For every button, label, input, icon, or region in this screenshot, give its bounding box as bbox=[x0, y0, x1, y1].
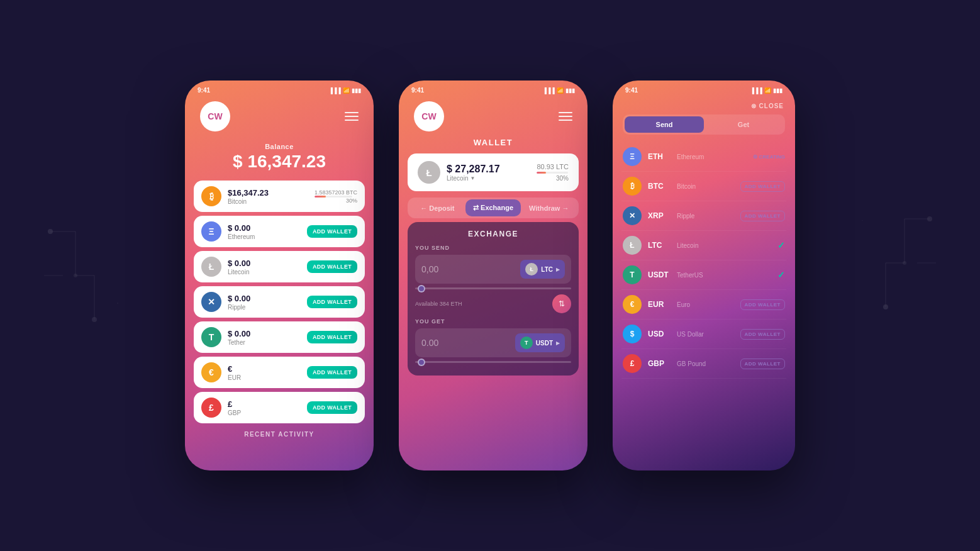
send-tab[interactable]: Send bbox=[625, 116, 704, 133]
gbp-code: GBP bbox=[648, 359, 671, 368]
exchange-title: EXCHANGE bbox=[415, 230, 571, 238]
you-get-coin-selector[interactable]: T USDT ▶ bbox=[515, 333, 565, 352]
phone3-status-icons: ▐▐▐ 📶 ▮▮▮ bbox=[750, 87, 782, 94]
eur-add-wallet-button[interactable]: ADD WALLET bbox=[740, 299, 785, 310]
phone1-status-icons: ▐▐▐ 📶 ▮▮▮ bbox=[329, 87, 361, 94]
phone3-status-bar: 9:41 ▐▐▐ 📶 ▮▮▮ bbox=[613, 81, 795, 96]
ltc-code: LTC bbox=[648, 241, 671, 250]
currency-item-eth[interactable]: Ξ ETH Ethereum ⚙ CREATING bbox=[621, 142, 786, 172]
phone2-status-icons: ▐▐▐ 📶 ▮▮▮ bbox=[543, 87, 575, 94]
litecoin-coin-label: Litecoin bbox=[447, 175, 468, 182]
p2-hamburger-line2 bbox=[559, 116, 572, 117]
xrp-fullname: Ripple bbox=[677, 213, 734, 220]
ltc-currency-icon: Ł bbox=[623, 236, 642, 255]
you-get-label: YOU GET bbox=[415, 318, 571, 325]
wallet-item-eth[interactable]: Ξ $ 0.00 Ethereum ADD WALLET bbox=[194, 216, 365, 247]
wifi-icon: 📶 bbox=[343, 87, 350, 94]
wallet-item-btc[interactable]: ₿ $16,347.23 Bitcoin 1.58357203 BTC 30% bbox=[194, 181, 365, 212]
you-send-input-row[interactable]: 0,00 Ł LTC ▶ bbox=[415, 255, 571, 284]
exchange-tab[interactable]: ⇄ Exchange bbox=[465, 199, 521, 216]
hamburger-line2 bbox=[345, 116, 359, 117]
btc-right: 1.58357203 BTC 30% bbox=[315, 189, 357, 204]
wallet-item-eur[interactable]: € € EUR ADD WALLET bbox=[194, 357, 365, 388]
eth-fullname: Ethereum bbox=[677, 153, 747, 160]
avatar[interactable]: CW bbox=[200, 101, 230, 131]
usd-fullname: US Dollar bbox=[677, 331, 734, 338]
ltc-check-icon: ✓ bbox=[777, 240, 785, 250]
phone2-title: WALLET bbox=[399, 136, 587, 153]
phone3-close: ⊗ CLOSE bbox=[613, 96, 795, 112]
phone-1: 9:41 ▐▐▐ 📶 ▮▮▮ CW Balance $ 16,347.23 bbox=[185, 81, 374, 470]
litecoin-card[interactable]: Ł $ 27,287.17 Litecoin ▼ 80.93 LTC 30% bbox=[408, 153, 579, 191]
p2-hamburger-line3 bbox=[559, 120, 572, 121]
balance-amount: $ 16,347.23 bbox=[185, 152, 374, 172]
usdt-add-wallet-button[interactable]: ADD WALLET bbox=[307, 331, 357, 343]
creating-icon: ⚙ bbox=[753, 154, 757, 160]
xrp-name: Ripple bbox=[228, 304, 301, 311]
gbp-add-wallet-button[interactable]: ADD WALLET bbox=[307, 401, 357, 414]
xrp-add-wallet-button[interactable]: ADD WALLET bbox=[307, 296, 357, 308]
close-button[interactable]: ⊗ CLOSE bbox=[751, 103, 784, 109]
wallet-list: ₿ $16,347.23 Bitcoin 1.58357203 BTC 30% … bbox=[185, 181, 374, 423]
eur-code: EUR bbox=[648, 300, 671, 309]
wallet-item-ltc[interactable]: Ł $ 0.00 Litecoin ADD WALLET bbox=[194, 251, 365, 282]
btc-add-wallet-button[interactable]: ADD WALLET bbox=[740, 181, 785, 192]
usd-add-wallet-button[interactable]: ADD WALLET bbox=[740, 329, 785, 340]
you-send-slider-thumb bbox=[418, 285, 425, 292]
xrp-add-wallet-button[interactable]: ADD WALLET bbox=[740, 211, 785, 221]
eth-add-wallet-button[interactable]: ADD WALLET bbox=[307, 225, 357, 238]
you-send-slider[interactable] bbox=[415, 287, 571, 289]
currency-item-ltc[interactable]: Ł LTC Litecoin ✓ bbox=[621, 231, 786, 260]
withdraw-tab[interactable]: Withdraw → bbox=[521, 199, 577, 216]
wallet-item-gbp[interactable]: £ £ GBP ADD WALLET bbox=[194, 392, 365, 423]
phone2-avatar[interactable]: CW bbox=[414, 101, 444, 131]
xrp-code: XRP bbox=[648, 211, 671, 220]
eur-icon: € bbox=[201, 362, 221, 382]
usdt-code: USDT bbox=[648, 270, 671, 279]
ltc-icon: Ł bbox=[201, 257, 221, 277]
deposit-tab[interactable]: ← Deposit bbox=[409, 199, 465, 216]
currency-item-btc[interactable]: ₿ BTC Bitcoin ADD WALLET bbox=[621, 172, 786, 201]
swap-button[interactable]: ⇅ bbox=[552, 294, 571, 313]
eur-info: € EUR bbox=[228, 364, 301, 381]
wifi-icon-2: 📶 bbox=[557, 87, 564, 94]
eur-name: EUR bbox=[228, 374, 301, 381]
litecoin-label: Litecoin ▼ bbox=[447, 175, 530, 182]
phone1-time: 9:41 bbox=[198, 87, 210, 94]
available-row: Available 384 ETH ⇅ bbox=[415, 294, 571, 313]
currency-item-xrp[interactable]: ✕ XRP Ripple ADD WALLET bbox=[621, 201, 786, 231]
eth-creating-badge: ⚙ CREATING bbox=[753, 154, 785, 160]
litecoin-card-icon: Ł bbox=[418, 161, 440, 184]
usdt-selector-icon: T bbox=[520, 337, 533, 349]
usdt-info: $ 0.00 Tether bbox=[228, 329, 301, 346]
usdt-name: Tether bbox=[228, 339, 301, 346]
available-text: Available 384 ETH bbox=[415, 301, 462, 307]
phone2-menu-button[interactable] bbox=[559, 112, 572, 121]
menu-button[interactable] bbox=[345, 112, 359, 121]
eur-add-wallet-button[interactable]: ADD WALLET bbox=[307, 366, 357, 379]
currency-item-usd[interactable]: $ USD US Dollar ADD WALLET bbox=[621, 320, 786, 349]
gbp-info: £ GBP bbox=[228, 399, 301, 416]
currency-item-usdt[interactable]: T USDT TetherUS ✓ bbox=[621, 260, 786, 290]
ltc-count: 80.93 LTC bbox=[537, 163, 569, 170]
you-get-slider[interactable] bbox=[415, 361, 571, 363]
btc-progress-pct: 30% bbox=[315, 198, 357, 204]
wallet-item-usdt[interactable]: T $ 0.00 Tether ADD WALLET bbox=[194, 321, 365, 353]
you-send-coin-selector[interactable]: Ł LTC ▶ bbox=[520, 260, 565, 279]
gbp-add-wallet-button[interactable]: ADD WALLET bbox=[740, 359, 785, 369]
wifi-icon-3: 📶 bbox=[764, 87, 771, 94]
eth-code: ETH bbox=[648, 152, 671, 161]
phone-3: 9:41 ▐▐▐ 📶 ▮▮▮ ⊗ CLOSE Send Get Ξ ETH bbox=[613, 81, 795, 470]
eth-icon: Ξ bbox=[201, 221, 221, 242]
currency-item-eur[interactable]: € EUR Euro ADD WALLET bbox=[621, 290, 786, 320]
phone3-time: 9:41 bbox=[625, 87, 638, 94]
ltc-selector-arrow: ▶ bbox=[556, 267, 560, 272]
ltc-add-wallet-button[interactable]: ADD WALLET bbox=[307, 260, 357, 273]
get-tab[interactable]: Get bbox=[704, 116, 783, 133]
litecoin-amount: $ 27,287.17 bbox=[447, 164, 530, 175]
btc-currency-icon: ₿ bbox=[623, 177, 642, 196]
wallet-item-xrp[interactable]: ✕ $ 0.00 Ripple ADD WALLET bbox=[194, 286, 365, 318]
you-get-input-row[interactable]: 0.00 T USDT ▶ bbox=[415, 328, 571, 357]
currency-item-gbp[interactable]: £ GBP GB Pound ADD WALLET bbox=[621, 349, 786, 379]
xrp-currency-icon: ✕ bbox=[623, 206, 642, 225]
